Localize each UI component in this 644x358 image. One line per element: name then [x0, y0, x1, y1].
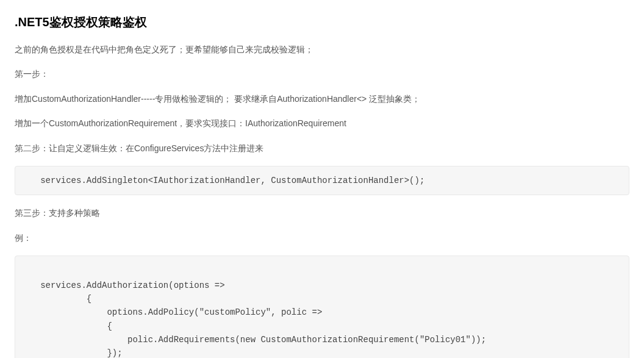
code-block-1[interactable]: services.AddSingleton<IAuthorizationHand…: [15, 166, 629, 195]
paragraph-step1-label: 第一步：: [15, 67, 629, 81]
paragraph-step1-desc1: 增加CustomAuthorizationHandler-----专用做检验逻辑…: [15, 92, 629, 106]
paragraph-step2-label: 第二步：让自定义逻辑生效：在ConfigureServices方法中注册进来: [15, 141, 629, 155]
code-block-2[interactable]: services.AddAuthorization(options => { o…: [15, 256, 629, 358]
paragraph-intro: 之前的角色授权是在代码中把角色定义死了；更希望能够自己来完成校验逻辑；: [15, 43, 629, 56]
page-title: .NET5鉴权授权策略鉴权: [15, 12, 629, 32]
code-block-2-content: services.AddAuthorization(options => { o…: [25, 281, 486, 358]
paragraph-example-label: 例：: [15, 231, 629, 245]
paragraph-step1-desc2: 增加一个CustomAuthorizationRequirement，要求实现接…: [15, 116, 629, 130]
paragraph-step3-label: 第三步：支持多种策略: [15, 206, 629, 220]
